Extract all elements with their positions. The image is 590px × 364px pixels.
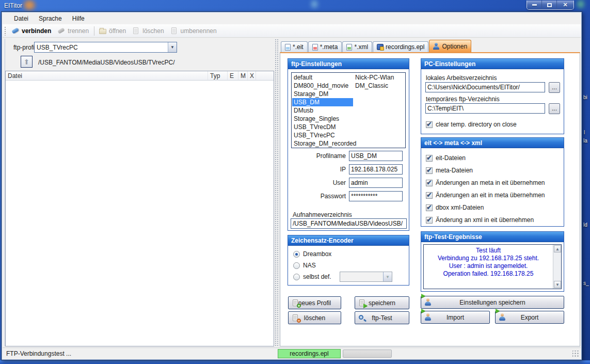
checkbox-eit-in-meta[interactable]: ✔ Änderungen an eit in meta übernehmen [426,192,545,199]
test-line: Test läuft [425,247,552,255]
export-button[interactable]: Export [495,311,564,324]
column-header-x[interactable]: X [248,71,256,80]
column-header-e[interactable]: E [228,71,238,80]
tab-recordings-epl[interactable]: recordings.epl [373,41,428,52]
tab-xml[interactable]: *.xml [342,41,372,52]
checkbox-checked-icon: ✔ [426,155,433,162]
browse-temp-button[interactable]: ... [549,103,560,114]
options-pane: *.eit *.meta *.xml recordings.epl Option… [279,38,581,346]
checkbox-clear-temp-directory[interactable]: ✔ clear temp. directory on close [426,121,517,128]
list-item[interactable]: default [292,73,353,82]
temporaeres-ftp-verzeichnis-field[interactable] [425,103,545,114]
pane-splitter[interactable] [275,39,279,346]
checkbox-meta-in-eit[interactable]: ✔ Änderungen an meta in eit übernehmen [426,179,545,186]
meta-file-icon [312,44,318,51]
close-icon: ✕ [563,2,567,8]
radio-nas[interactable]: NAS [293,262,316,269]
column-header-datei[interactable]: Datei [6,71,208,80]
minimize-button[interactable] [527,1,542,9]
open-folder-icon [99,27,107,35]
chevron-down-icon[interactable]: ▼ [168,42,177,52]
application-window: Datei Sprache Hilfe verbinden trennen öf… [1,11,582,360]
list-item[interactable]: USB_TVrecPC [292,131,353,139]
ftp-test-output[interactable]: Test läuft Verbindung zu 192.168.178.25 … [423,244,562,289]
checkbox-dbox-xml-dateien[interactable]: ✔ dbox xml-Dateien [426,204,484,211]
pc-einstellungen-groupbox: PC-Einstellungen lokales Arbeitsverzeich… [421,58,564,134]
toolbar-separator [94,26,94,36]
toolbar-umbenennen-button: umbenennen [168,26,220,36]
toolbar-grip[interactable] [4,26,7,36]
checkbox-meta-dateien[interactable]: ✔ meta-Dateien [426,167,473,174]
browse-local-button[interactable]: ... [549,82,560,93]
passwort-field[interactable] [349,191,403,201]
tab-eit[interactable]: *.eit [281,41,308,52]
eit-meta-xml-groupbox: eit <-> meta <-> xml ✔ eit-Dateien ✔ met… [421,137,564,227]
desktop-icon-label-fragment: bi [583,94,587,100]
radio-dreambox[interactable]: Dreambox [293,250,331,258]
menu-sprache[interactable]: Sprache [34,13,67,24]
up-arrow-icon: ⬆ [24,58,30,66]
zeichensatz-encoder-title: Zeichensatz-Encoder [288,235,409,246]
speichern-button[interactable]: speichern [355,296,409,309]
profile-listbox[interactable]: default DM800_Hdd_movie Starage_DM USB_D… [291,72,406,148]
close-button[interactable]: ✕ [557,1,573,9]
list-item[interactable]: DM_Classic [354,82,404,90]
tab-meta[interactable]: *.meta [308,41,342,52]
import-button[interactable]: Import [421,311,490,324]
desktop-icon-label-fragment: l [584,130,585,135]
neues-profil-button[interactable]: + neues Profil [288,296,341,309]
lokales-arbeitsverzeichnis-field[interactable] [425,82,545,92]
maximize-button[interactable] [542,1,557,9]
save-profile-icon [358,299,366,307]
new-profile-icon: + [292,299,300,307]
profilname-field[interactable] [349,151,403,161]
user-field[interactable] [349,178,403,188]
loeschen-button[interactable]: − löschen [288,311,341,324]
list-item[interactable]: Storage_DM_recorded [292,139,353,148]
list-item[interactable]: DM800_Hdd_movie [292,82,353,90]
ftp-test-button[interactable]: ftp-Test [355,311,409,324]
status-bar: FTP-Verbindungstest ... recordings.epl [3,347,581,359]
ftp-profil-combobox[interactable]: USB_TVrecPC ▼ [34,42,177,53]
ftp-test-ergebnisse-groupbox: ftp-Test-Ergebnisse Test läuft Verbindun… [421,231,564,292]
list-item[interactable]: Nick-PC-Wlan [354,73,404,82]
ip-label: IP [288,166,349,173]
radio-selbst-def[interactable]: selbst def. [293,273,331,280]
aufnahmeverzeichnis-label: Aufnahmeverzeichnis [293,211,352,218]
checkbox-checked-icon: ✔ [426,180,433,186]
list-item[interactable]: Starage_DM [292,90,353,98]
list-item[interactable]: DMusb [292,106,353,115]
file-list[interactable]: Datei Typ E M X [5,71,274,346]
ip-field[interactable] [349,164,403,175]
radio-icon-selected [293,251,300,258]
list-item-selected[interactable]: USB_DM [292,98,353,106]
eit-file-icon [285,44,291,51]
pc-einstellungen-title: PC-Einstellungen [421,59,564,69]
checkbox-xml-in-eit[interactable]: ✔ Änderung an xml in eit übernehmen [426,216,534,224]
list-item[interactable]: Storage_Singles [292,115,353,123]
vertical-scrollbar[interactable]: ▲ ▼ [553,245,561,289]
scroll-down-icon[interactable]: ▼ [554,281,561,288]
test-line: Verbindung zu 192.168.178.25 steht. [425,255,552,262]
menu-datei[interactable]: Datei [9,13,34,24]
resize-grip-icon[interactable] [572,351,579,357]
column-header-m[interactable]: M [238,71,248,80]
column-header-typ[interactable]: Typ [208,71,228,80]
rename-file-icon [170,27,179,35]
tab-optionen[interactable]: Optionen [429,40,471,52]
einstellungen-speichern-button[interactable]: Einstellungen speichern [421,296,564,309]
scroll-up-icon[interactable]: ▲ [554,245,561,252]
checkbox-eit-dateien[interactable]: ✔ eit-Dateien [426,154,466,162]
profilname-label: Profilname [288,152,349,160]
list-item[interactable]: USB_TVrecDM [292,123,353,131]
desktop-icon-blob-firefox [24,0,35,10]
directory-up-button[interactable]: ⬆ [21,56,33,68]
desktop-icon-label-fragment: la [583,138,587,144]
current-path: /USB_FANTOM/MediaUSB/VideosUSB/TVrecPC/ [38,59,175,66]
menu-hilfe[interactable]: Hilfe [67,13,90,24]
progress-bar [343,350,392,358]
aufnahmeverzeichnis-field[interactable] [291,218,407,229]
film-icon [377,44,384,50]
column-header-filler [256,71,274,80]
toolbar-verbinden-button[interactable]: verbinden [9,26,55,36]
